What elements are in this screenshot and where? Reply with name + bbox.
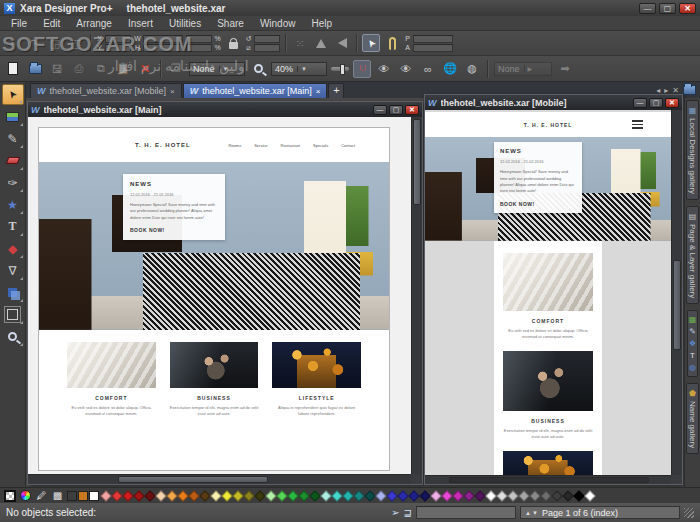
color-swatch[interactable] (386, 490, 397, 501)
open-folder-icon[interactable] (26, 60, 44, 78)
eraser-tool[interactable] (2, 150, 24, 171)
marquee-select-icon[interactable]: ⬚ (67, 34, 85, 52)
quickshape-tool[interactable]: ★ (2, 194, 24, 215)
minimize-button[interactable]: — (373, 105, 387, 115)
scrollbar-thumb[interactable] (449, 477, 649, 483)
color-swatch[interactable] (551, 490, 562, 501)
print-icon[interactable]: ⎙ (70, 60, 88, 78)
color-swatch[interactable] (496, 490, 507, 501)
color-swatch[interactable] (375, 490, 386, 501)
save-icon[interactable]: 🖫 (48, 60, 66, 78)
mobile-window-titlebar[interactable]: W thehotel_website.xar [Mobile] — ▢ ✕ (425, 95, 682, 110)
local-designs-gallery-tab[interactable]: ▦ Local Designs gallery (686, 100, 699, 200)
color-swatch[interactable] (100, 490, 111, 501)
maximize-button[interactable]: ▢ (659, 3, 676, 14)
color-swatch[interactable] (419, 490, 430, 501)
export-arrow-icon[interactable]: ➡ (556, 60, 574, 78)
frame-combo[interactable]: None ▼ (189, 62, 245, 76)
resize-grip[interactable] (684, 508, 694, 518)
select-mode-icon[interactable]: ▪ (4, 34, 22, 52)
flip-vertical-icon[interactable] (312, 34, 330, 52)
color-swatch[interactable] (364, 490, 375, 501)
fill-gallery-icon[interactable]: ❖ (689, 339, 697, 348)
maximize-button[interactable]: ▢ (389, 105, 403, 115)
color-swatch[interactable] (199, 490, 210, 501)
menu-file[interactable]: File (4, 17, 34, 30)
scrollbar-thumb[interactable] (413, 119, 421, 205)
zoom-tool[interactable] (2, 326, 24, 347)
color-swatch[interactable] (298, 490, 309, 501)
color-swatch[interactable] (243, 490, 254, 501)
eyedropper-icon[interactable]: 🖉 (35, 489, 48, 502)
color-swatch[interactable] (463, 490, 474, 501)
fill-tool[interactable]: ◆ (2, 238, 24, 259)
name-gallery-tab[interactable]: ⬟ Name gallery (686, 383, 699, 454)
clipart-gallery-icon[interactable]: ◍ (689, 363, 697, 372)
status-input[interactable] (416, 506, 516, 519)
width-input[interactable] (143, 35, 183, 43)
color-swatch[interactable] (573, 490, 584, 501)
transform-icon[interactable]: ◲ (46, 34, 64, 52)
color-swatch[interactable] (331, 490, 342, 501)
horizontal-scrollbar[interactable] (425, 475, 671, 484)
nav-specials[interactable]: Specials (313, 143, 328, 148)
color-swatch[interactable] (430, 490, 441, 501)
snap-to-objects-button[interactable]: ∩ (353, 60, 371, 78)
book-now-link[interactable]: BOOK NOW! (500, 201, 577, 207)
x-input[interactable] (105, 35, 131, 43)
menu-window[interactable]: Window (253, 17, 303, 30)
shear-input[interactable] (254, 44, 280, 52)
color-swatch[interactable] (122, 490, 133, 501)
tab-mobile[interactable]: W thehotel_website.xar [Mobile] × (30, 83, 182, 98)
color-swatch[interactable] (474, 490, 485, 501)
vertical-scrollbar[interactable] (671, 110, 682, 475)
color-swatch[interactable] (111, 490, 122, 501)
horizontal-scrollbar[interactable] (28, 474, 411, 484)
vertical-scrollbar[interactable] (411, 117, 422, 474)
color-swatch[interactable] (78, 491, 88, 501)
pen-tool[interactable]: ✑ (2, 172, 24, 193)
flip-horizontal-icon[interactable] (333, 34, 351, 52)
color-swatch[interactable] (232, 490, 243, 501)
color-swatch[interactable] (408, 490, 419, 501)
selector-tool-button[interactable]: ➤ (362, 34, 380, 52)
page-layer-gallery-tab[interactable]: ▤ Page & Layer gallery (686, 206, 699, 304)
fonts-gallery-icon[interactable]: T (689, 351, 697, 360)
color-swatch[interactable] (287, 490, 298, 501)
text-tool[interactable]: T (2, 216, 24, 237)
new-document-icon[interactable] (4, 60, 22, 78)
close-button[interactable]: ✕ (405, 105, 419, 115)
menu-edit[interactable]: Edit (36, 17, 67, 30)
preview-page-icon[interactable]: 👁 (375, 60, 393, 78)
color-swatch[interactable] (177, 490, 188, 501)
palette-options-icon[interactable]: ▩ (51, 489, 64, 502)
color-swatch[interactable] (320, 490, 331, 501)
minimize-button[interactable]: — (639, 3, 656, 14)
color-swatch[interactable] (188, 490, 199, 501)
color-swatch[interactable] (342, 490, 353, 501)
menu-utilities[interactable]: Utilities (162, 17, 208, 30)
designs-folder-icon[interactable] (683, 85, 696, 95)
no-color-swatch[interactable] (4, 490, 16, 502)
main-canvas[interactable]: T. H. E. HOTEL Rooms Service Restaurant … (28, 117, 411, 474)
height-input[interactable] (143, 44, 183, 52)
menu-share[interactable]: Share (210, 17, 251, 30)
tab-close-icon[interactable]: × (316, 87, 321, 96)
shadow-tool[interactable] (2, 282, 24, 303)
tab-close-icon[interactable]: × (170, 87, 175, 96)
menu-insert[interactable]: Insert (121, 17, 160, 30)
a-input[interactable] (413, 44, 453, 52)
minimize-button[interactable]: — (633, 98, 647, 108)
page-navigator[interactable]: ▲▼ Page 1 of 6 (index) (520, 506, 680, 519)
color-swatch[interactable] (155, 490, 166, 501)
nav-service[interactable]: Service (254, 143, 267, 148)
menu-arrange[interactable]: Arrange (69, 17, 119, 30)
main-window-titlebar[interactable]: W thehotel_website.xar [Main] — ▢ ✕ (28, 102, 422, 117)
color-swatch[interactable] (309, 490, 320, 501)
scrollbar-thumb[interactable] (673, 260, 681, 350)
mobile-canvas[interactable]: T. H. E. HOTEL NEWS 12.02.2016 - 21.02.2… (425, 110, 671, 475)
color-swatch[interactable] (166, 490, 177, 501)
publish-website-icon[interactable]: 🌐 (441, 60, 459, 78)
color-swatch[interactable] (210, 490, 221, 501)
menu-help[interactable]: Help (304, 17, 339, 30)
